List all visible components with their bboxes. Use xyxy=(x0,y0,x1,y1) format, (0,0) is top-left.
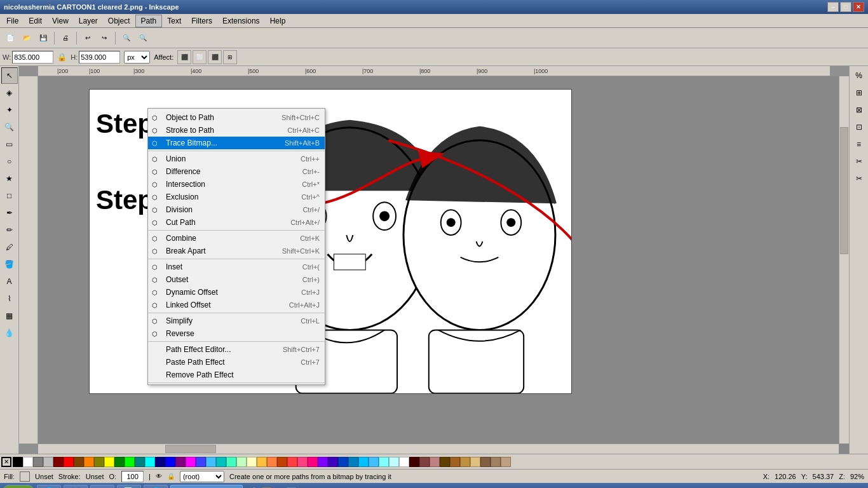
color-darkgreen[interactable] xyxy=(114,457,125,467)
color-navy[interactable] xyxy=(155,457,165,467)
units-select[interactable]: px mm cm in xyxy=(124,51,150,64)
taskbar-app-inkscape[interactable]: ✒ nicoleashermia... xyxy=(170,485,243,488)
color-gray[interactable] xyxy=(33,457,43,467)
tool-tweak[interactable]: ✦ xyxy=(1,102,18,118)
color-dodgerblue[interactable] xyxy=(358,457,369,467)
menu-item-outset[interactable]: ⬡ Outset Ctrl+) xyxy=(148,273,325,286)
color-darkcyan[interactable] xyxy=(216,457,226,467)
tool-node[interactable]: ◈ xyxy=(1,85,18,101)
menu-layer[interactable]: Layer xyxy=(74,15,103,27)
tool-select[interactable]: ↖ xyxy=(1,67,18,84)
tool-pen[interactable]: ✒ xyxy=(1,205,18,221)
color-blue[interactable] xyxy=(165,457,175,467)
menu-item-reverse[interactable]: ⬡ Reverse xyxy=(148,327,325,340)
tool-connector[interactable]: ⌇ xyxy=(1,290,18,307)
menu-item-exclusion[interactable]: ⬡ Exclusion Ctrl+^ xyxy=(148,191,325,203)
tool-dropper[interactable]: 💧 xyxy=(1,325,18,341)
menu-item-paste-path-effect[interactable]: Paste Path Effect Ctrl+7 xyxy=(148,356,325,369)
color-hotpink[interactable] xyxy=(297,457,308,467)
menu-item-union[interactable]: ⬡ Union Ctrl++ xyxy=(148,152,325,165)
color-peru[interactable] xyxy=(491,457,501,467)
taskbar-app-ie2[interactable]: 🌐 xyxy=(144,485,168,488)
taskbar-app-ie[interactable]: 🌐 xyxy=(37,485,61,488)
maximize-button[interactable]: □ xyxy=(840,2,851,12)
color-yellow[interactable] xyxy=(104,457,114,467)
menu-item-simplify[interactable]: ⬡ Simplify Ctrl+L xyxy=(148,315,325,327)
snap-btn-5[interactable]: ≡ xyxy=(851,136,867,152)
undo-button[interactable]: ↩ xyxy=(80,30,95,46)
scrollbar-thumb-horizontal[interactable] xyxy=(165,445,216,453)
tool-3d[interactable]: □ xyxy=(1,187,18,204)
snap-btn-6[interactable]: ✂ xyxy=(851,153,867,170)
color-sepia[interactable] xyxy=(440,457,450,467)
color-mint[interactable] xyxy=(226,457,236,467)
color-rosewood[interactable] xyxy=(419,457,430,467)
close-button[interactable]: ✕ xyxy=(853,2,864,12)
color-purple[interactable] xyxy=(175,457,186,467)
color-sandybrown[interactable] xyxy=(501,457,511,467)
menu-item-path-effect-editor[interactable]: Path Effect Editor... Shift+Ctrl+7 xyxy=(148,343,325,356)
affect-btn-3[interactable]: ⬛ xyxy=(208,50,222,64)
menu-item-cut-path[interactable]: ⬡ Cut Path Ctrl+Alt+/ xyxy=(148,216,325,229)
color-indigo[interactable] xyxy=(196,457,206,467)
snap-btn-4[interactable]: ⊡ xyxy=(851,119,867,135)
menu-filters[interactable]: Filters xyxy=(186,15,217,27)
tool-rect[interactable]: ▭ xyxy=(1,136,18,152)
affect-btn-1[interactable]: ⬛ xyxy=(177,50,191,64)
color-deeppink[interactable] xyxy=(308,457,318,467)
color-lightgreen[interactable] xyxy=(236,457,247,467)
color-palecyan[interactable] xyxy=(389,457,399,467)
color-rosybrown[interactable] xyxy=(430,457,440,467)
vertical-scrollbar[interactable] xyxy=(839,76,849,444)
lock-icon[interactable]: 🔒 xyxy=(57,53,67,62)
tool-bucket[interactable]: 🪣 xyxy=(1,256,18,273)
color-olive[interactable] xyxy=(94,457,104,467)
tool-star[interactable]: ★ xyxy=(1,170,18,187)
layer-select[interactable]: (root) xyxy=(180,471,224,482)
tool-circle[interactable]: ○ xyxy=(1,153,18,170)
color-burlywood[interactable] xyxy=(470,457,480,467)
scrollbar-thumb-vertical[interactable] xyxy=(840,127,848,254)
tool-pencil[interactable]: ✏ xyxy=(1,222,18,238)
color-lightred[interactable] xyxy=(287,457,297,467)
color-tan[interactable] xyxy=(450,457,460,467)
color-red[interactable] xyxy=(64,457,74,467)
color-brown[interactable] xyxy=(74,457,84,467)
color-lightorange[interactable] xyxy=(267,457,277,467)
tool-text[interactable]: A xyxy=(1,273,18,290)
color-darkred[interactable] xyxy=(53,457,64,467)
width-input[interactable] xyxy=(12,51,53,64)
menu-view[interactable]: View xyxy=(47,15,74,27)
height-input[interactable] xyxy=(79,51,120,64)
menu-item-division[interactable]: ⬡ Division Ctrl+/ xyxy=(148,203,325,216)
menu-item-break-apart[interactable]: ⬡ Break Apart Shift+Ctrl+K xyxy=(148,245,325,257)
zoom-in-button[interactable]: 🔍 xyxy=(119,30,134,46)
color-black[interactable] xyxy=(13,457,23,467)
color-white2[interactable] xyxy=(399,457,409,467)
redo-button[interactable]: ↪ xyxy=(97,30,112,46)
menu-item-linked-offset[interactable]: ⬡ Linked Offset Ctrl+Alt+J xyxy=(148,299,325,311)
menu-item-difference[interactable]: ⬡ Difference Ctrl+- xyxy=(148,165,325,178)
color-lightyellow[interactable] xyxy=(247,457,257,467)
snap-btn-1[interactable]: % xyxy=(851,67,867,84)
menu-path[interactable]: Path xyxy=(135,15,163,27)
zoom-out-button[interactable]: 🔍 xyxy=(135,30,151,46)
color-cobalt[interactable] xyxy=(338,457,348,467)
tool-gradient[interactable]: ▦ xyxy=(1,308,18,324)
open-button[interactable]: 📂 xyxy=(19,30,34,46)
color-darkbrown[interactable] xyxy=(409,457,419,467)
color-rust[interactable] xyxy=(277,457,287,467)
menu-item-object-to-path[interactable]: ⬡ Object to Path Shift+Ctrl+C xyxy=(148,111,325,124)
snap-btn-3[interactable]: ⊠ xyxy=(851,102,867,118)
new-button[interactable]: 📄 xyxy=(3,30,18,46)
start-button[interactable]: ⊞ Start xyxy=(3,485,34,488)
no-color-swatch[interactable]: ✕ xyxy=(1,457,11,467)
affect-btn-4[interactable]: ⊞ xyxy=(223,50,237,64)
save-button[interactable]: 💾 xyxy=(36,30,51,46)
taskbar-app-explorer[interactable]: 📁 xyxy=(90,485,114,488)
taskbar-app-docs[interactable]: 📄 xyxy=(117,485,141,488)
horizontal-scrollbar[interactable] xyxy=(38,444,839,454)
color-cornflower[interactable] xyxy=(369,457,379,467)
affect-btn-2[interactable]: ⬜ xyxy=(193,50,207,64)
menu-object[interactable]: Object xyxy=(103,15,135,27)
